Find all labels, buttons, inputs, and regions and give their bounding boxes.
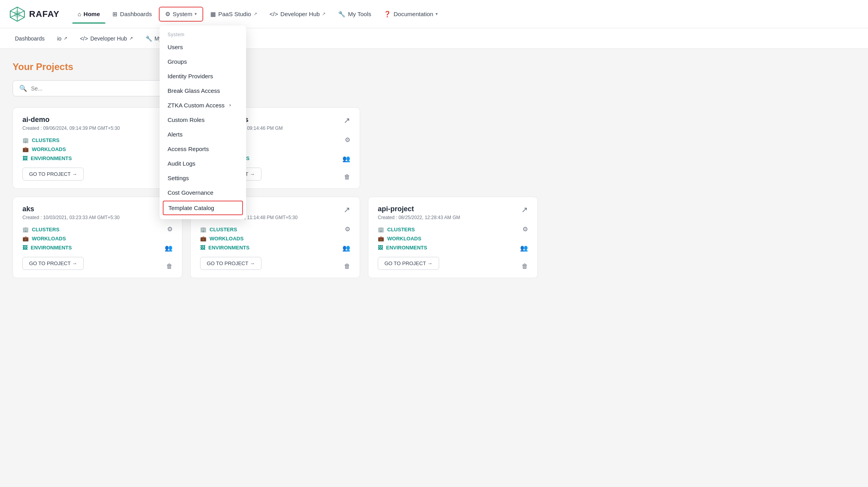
top-navigation: RAFAY ⌂ Home ⊞ Dashboards ⚙ System ▾ Sys… <box>0 0 868 28</box>
settings-icon-ai-demo-users[interactable]: ⚙ <box>345 136 350 144</box>
delete-icon-aks[interactable]: 🗑 <box>166 263 173 270</box>
environment-icon: 🖼 <box>22 155 28 161</box>
workloads-link-ankurp[interactable]: 💼 WORKLOADS <box>200 236 342 242</box>
dropdown-item-custom-roles[interactable]: Custom Roles <box>160 113 246 127</box>
go-to-project-api-project[interactable]: GO TO PROJECT → <box>378 257 439 270</box>
workload-icon-4: 💼 <box>200 236 206 242</box>
project-name-aks: aks <box>22 205 34 213</box>
dropdown-item-audit-logs[interactable]: Audit Logs <box>160 156 246 171</box>
delete-icon-ai-demo-users[interactable]: 🗑 <box>344 173 350 181</box>
project-stats-aks: 🏢 CLUSTERS 💼 WORKLOADS 🖼 ENVIRONMENTS <box>22 227 165 251</box>
clusters-link-ankurp[interactable]: 🏢 CLUSTERS <box>200 227 342 232</box>
nav-item-system[interactable]: ⚙ System ▾ System Users Groups Identity … <box>159 7 203 22</box>
workload-icon-3: 💼 <box>22 236 29 242</box>
search-bar[interactable]: 🔍 <box>13 80 170 96</box>
project-date-aks: Created : 10/03/2021, 03:23:33 AM GMT+5:… <box>22 215 165 220</box>
logo-text: RAFAY <box>29 9 60 19</box>
project-stats-ai-demo: 🏢 CLUSTERS 💼 WORKLOADS 🖼 ENVIRONMENTS <box>22 137 165 161</box>
second-nav-developer-hub[interactable]: </> Developer Hub ↗ <box>74 32 138 45</box>
main-content: Your Projects 🔍 ai-demo Created : 09/06/… <box>0 49 550 291</box>
settings-icon-ankurp[interactable]: ⚙ <box>345 225 350 233</box>
environments-link-ankurp[interactable]: 🖼 ENVIRONMENTS <box>200 245 342 251</box>
logo[interactable]: RAFAY <box>9 6 60 22</box>
chevron-right-icon: › <box>229 102 231 108</box>
go-to-project-ankurp[interactable]: GO TO PROJECT → <box>200 257 261 270</box>
wrench-icon-2: 🔧 <box>145 35 152 42</box>
external-icon-io: ↗ <box>64 36 67 41</box>
workload-icon-5: 💼 <box>378 236 384 242</box>
cluster-icon-5: 🏢 <box>378 227 384 232</box>
settings-icon-aks[interactable]: ⚙ <box>167 225 173 233</box>
rafay-logo-icon <box>9 6 25 22</box>
external-link-icon: ↗ <box>254 11 257 17</box>
projects-grid: ai-demo Created : 09/06/2024, 09:14:39 P… <box>13 107 538 278</box>
code-icon-2: </> <box>80 35 88 42</box>
environment-icon-4: 🖼 <box>200 245 205 251</box>
dropdown-item-ztka[interactable]: ZTKA Custom Access › <box>160 98 246 113</box>
second-nav-io[interactable]: io ↗ <box>52 32 73 45</box>
project-date-api-project: Created : 08/25/2022, 12:28:43 AM GM <box>378 215 520 220</box>
nav-item-documentation[interactable]: ❓ Documentation ▾ <box>378 7 443 21</box>
clusters-link-api-project[interactable]: 🏢 CLUSTERS <box>378 227 520 232</box>
settings-icon-api-project[interactable]: ⚙ <box>522 225 528 233</box>
nav-item-developer-hub[interactable]: </> Developer Hub ↗ <box>264 7 331 20</box>
clusters-link-ai-demo[interactable]: 🏢 CLUSTERS <box>22 137 165 143</box>
environments-link-api-project[interactable]: 🖼 ENVIRONMENTS <box>378 245 520 251</box>
go-to-project-aks[interactable]: GO TO PROJECT → <box>22 257 84 270</box>
search-icon: 🔍 <box>19 85 27 92</box>
dropdown-item-users[interactable]: Users <box>160 40 246 54</box>
people-icon-api-project[interactable]: 👥 <box>520 244 528 252</box>
dropdown-item-identity-providers[interactable]: Identity Providers <box>160 69 246 83</box>
dropdown-item-template-catalog[interactable]: Template Catalog <box>163 201 243 215</box>
workload-icon: 💼 <box>22 146 29 152</box>
project-card-api-project: api-project Created : 08/25/2022, 12:28:… <box>368 197 538 278</box>
trend-icon-ankurp: ↗ <box>344 205 350 214</box>
chevron-down-icon: ▾ <box>195 11 197 17</box>
second-navigation: Dashboards io ↗ </> Developer Hub ↗ 🔧 My… <box>0 28 868 49</box>
dropdown-item-access-reports[interactable]: Access Reports <box>160 142 246 156</box>
workloads-link-api-project[interactable]: 💼 WORKLOADS <box>378 236 520 242</box>
project-stats-ankurp: 🏢 CLUSTERS 💼 WORKLOADS 🖼 ENVIRONMENTS <box>200 227 342 251</box>
people-icon-aks[interactable]: 👥 <box>165 244 173 252</box>
trend-icon-api-project: ↗ <box>521 205 528 214</box>
gear-icon: ⚙ <box>165 11 170 18</box>
cluster-icon-3: 🏢 <box>22 227 29 232</box>
clusters-link-aks[interactable]: 🏢 CLUSTERS <box>22 227 165 232</box>
dropdown-item-alerts[interactable]: Alerts <box>160 127 246 142</box>
project-card-ai-demo: ai-demo Created : 09/06/2024, 09:14:39 P… <box>13 107 182 189</box>
external-link-icon-2: ↗ <box>322 11 326 17</box>
nav-item-home[interactable]: ⌂ Home <box>72 7 106 20</box>
nav-item-dashboards[interactable]: ⊞ Dashboards <box>107 7 157 21</box>
dropdown-item-break-glass[interactable]: Break Glass Access <box>160 83 246 98</box>
chevron-down-icon-docs: ▾ <box>436 11 438 17</box>
dropdown-item-groups[interactable]: Groups <box>160 54 246 69</box>
environments-link-ai-demo[interactable]: 🖼 ENVIRONMENTS <box>22 155 165 161</box>
nav-item-paas-studio[interactable]: ▦ PaaS Studio ↗ <box>205 7 262 21</box>
nav-item-my-tools[interactable]: 🔧 My Tools <box>333 7 377 21</box>
project-card-aks: aks Created : 10/03/2021, 03:23:33 AM GM… <box>13 197 182 278</box>
docs-icon: ❓ <box>384 11 391 18</box>
go-to-project-ai-demo[interactable]: GO TO PROJECT → <box>22 168 84 181</box>
dropdown-item-cost-governance[interactable]: Cost Governance <box>160 185 246 200</box>
dropdown-item-settings[interactable]: Settings <box>160 171 246 185</box>
people-icon-ai-demo-users[interactable]: 👥 <box>342 155 350 162</box>
home-icon: ⌂ <box>78 11 81 17</box>
project-name-ai-demo: ai-demo <box>22 116 50 124</box>
grid-icon: ⊞ <box>112 11 118 18</box>
workloads-link-ai-demo[interactable]: 💼 WORKLOADS <box>22 146 165 152</box>
delete-icon-ankurp[interactable]: 🗑 <box>344 263 350 270</box>
search-input[interactable] <box>31 85 163 92</box>
people-icon-ankurp[interactable]: 👥 <box>342 244 350 252</box>
delete-icon-api-project[interactable]: 🗑 <box>522 263 528 270</box>
environments-link-aks[interactable]: 🖼 ENVIRONMENTS <box>22 245 165 251</box>
section-title: Your Projects <box>13 61 538 72</box>
system-dropdown: System Users Groups Identity Providers B… <box>160 26 246 219</box>
trend-icon-ai-demo-users: ↗ <box>344 116 350 125</box>
workloads-link-aks[interactable]: 💼 WORKLOADS <box>22 236 165 242</box>
project-stats-api-project: 🏢 CLUSTERS 💼 WORKLOADS 🖼 ENVIRONMENTS <box>378 227 520 251</box>
project-date-ai-demo: Created : 09/06/2024, 09:14:39 PM GMT+5:… <box>22 125 165 131</box>
environment-icon-5: 🖼 <box>378 245 383 251</box>
dropdown-header: System <box>160 29 246 40</box>
second-nav-dashboards[interactable]: Dashboards <box>9 32 50 45</box>
cluster-icon-4: 🏢 <box>200 227 206 232</box>
